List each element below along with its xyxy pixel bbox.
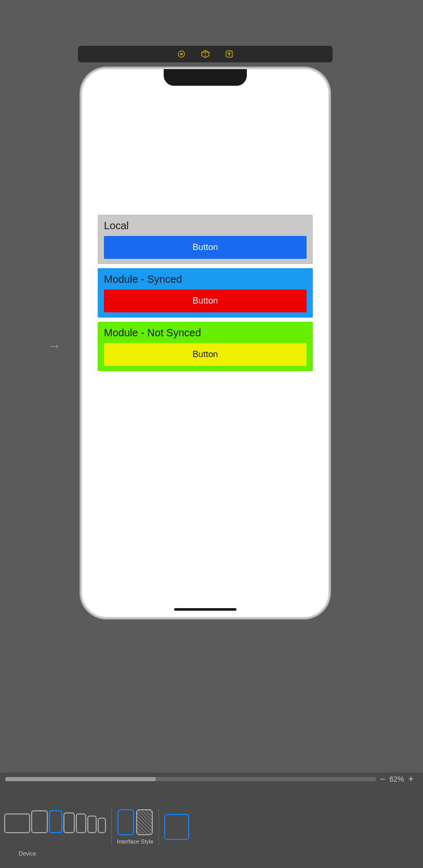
orientation-icon[interactable] xyxy=(164,814,189,840)
phone-sel-icon xyxy=(49,810,62,833)
tablet-portrait-icon xyxy=(31,810,48,833)
phone-sm1-icon xyxy=(76,813,86,833)
zoom-controls: − 62% + xyxy=(376,772,418,786)
device-group xyxy=(4,810,106,844)
toolbar xyxy=(78,46,333,62)
divider-2 xyxy=(158,809,159,845)
local-title: Local xyxy=(104,220,307,232)
tablet-wide-icon xyxy=(4,813,30,833)
interface-phone-icon[interactable] xyxy=(117,809,134,835)
arrow-nav[interactable]: → xyxy=(47,338,61,354)
device-item-phone-sel[interactable] xyxy=(49,810,62,833)
export-icon[interactable] xyxy=(224,49,234,59)
notsynced-title: Module - Not Synced xyxy=(104,327,307,339)
device-item-tablet-wide[interactable] xyxy=(4,813,30,833)
device-bar: Device Interface Style xyxy=(0,786,423,868)
phone-med-icon xyxy=(63,812,75,833)
device-item-phone-sm2[interactable] xyxy=(87,816,97,833)
interface-style-group: Interface Style xyxy=(117,809,153,845)
local-button[interactable]: Button xyxy=(104,236,307,259)
synced-section: Module - Synced Button xyxy=(98,268,313,318)
synced-title: Module - Synced xyxy=(104,273,307,285)
zoom-minus[interactable]: − xyxy=(380,774,386,785)
device-item-phone-sm1[interactable] xyxy=(76,813,86,833)
scroll-thumb[interactable] xyxy=(5,777,156,781)
phone-sm3-icon xyxy=(98,818,106,833)
local-section: Local Button xyxy=(98,215,313,264)
phone-notch xyxy=(164,69,247,86)
scroll-bar-area xyxy=(0,772,423,786)
phone-content: Local Button Module - Synced Button Modu… xyxy=(82,95,328,601)
interface-icons-row xyxy=(117,809,153,835)
stop-icon[interactable] xyxy=(177,49,186,59)
home-bar xyxy=(174,608,236,611)
phone-frame: Local Button Module - Synced Button Modu… xyxy=(81,68,330,619)
zoom-plus[interactable]: + xyxy=(408,774,414,785)
interface-style-label: Interface Style xyxy=(117,838,153,845)
synced-button[interactable]: Button xyxy=(104,290,307,312)
svg-rect-1 xyxy=(180,53,182,55)
package-icon[interactable] xyxy=(201,49,210,59)
zoom-percent: 62% xyxy=(389,775,404,783)
device-item-tablet-portrait[interactable] xyxy=(31,810,48,833)
notsynced-button[interactable]: Button xyxy=(104,343,307,366)
device-item-phone-sm3[interactable] xyxy=(98,818,106,833)
phone-sm2-icon xyxy=(87,816,97,833)
orientation-group xyxy=(164,814,189,840)
device-label: Device xyxy=(19,850,36,857)
interface-striped-icon[interactable] xyxy=(136,809,153,835)
divider-1 xyxy=(111,809,112,845)
device-item-phone-med[interactable] xyxy=(63,812,75,833)
notsynced-section: Module - Not Synced Button xyxy=(98,322,313,371)
scroll-track[interactable] xyxy=(5,777,381,781)
